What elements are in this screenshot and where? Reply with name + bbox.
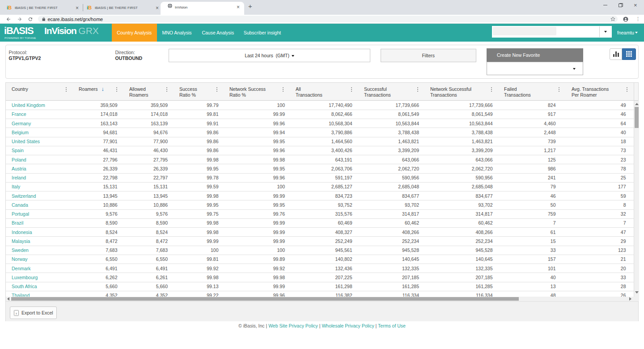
svg-text:x: x bbox=[16, 312, 17, 315]
